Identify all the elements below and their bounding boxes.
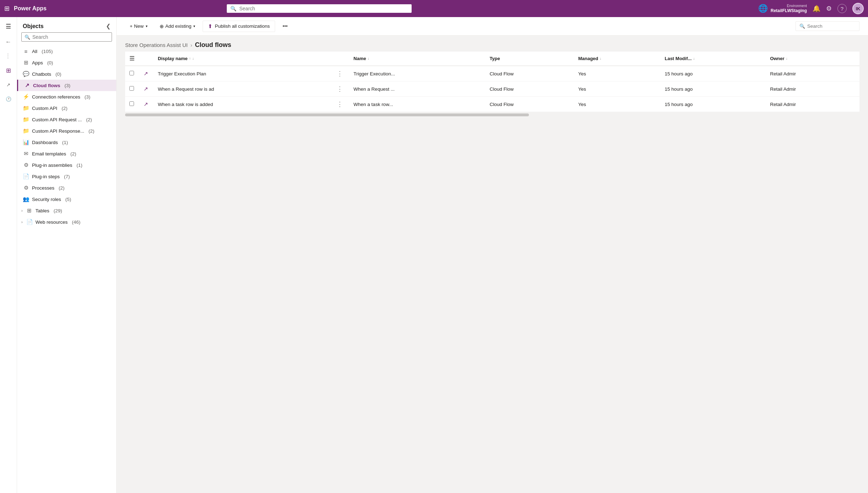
- display-name-cell[interactable]: Trigger Execution Plan: [154, 66, 330, 81]
- row-checkbox[interactable]: [129, 101, 134, 106]
- nav-item-count: (3): [65, 83, 71, 88]
- nav-item-icon: ⚙: [23, 162, 29, 168]
- nav-item-count: (29): [54, 208, 62, 213]
- toolbar-search-box[interactable]: 🔍: [795, 21, 859, 31]
- sidebar-search-box[interactable]: 🔍: [21, 32, 112, 42]
- nav-item-label: Plug-in steps: [32, 174, 60, 179]
- row-checkbox[interactable]: [129, 86, 134, 91]
- breadcrumb-parent[interactable]: Store Operations Assist UI: [125, 42, 188, 48]
- sidebar-item-web-resources[interactable]: ›📄Web resources(46): [17, 216, 116, 228]
- sidebar-item-plug-in-assemblies[interactable]: ⚙Plug-in assemblies(1): [17, 159, 116, 171]
- sidebar-item-custom-api-response...[interactable]: 📁Custom API Response...(2): [17, 125, 116, 137]
- new-button[interactable]: + New ▾: [125, 21, 152, 31]
- row-more-cell[interactable]: ⋮: [330, 66, 349, 81]
- global-search-box[interactable]: 🔍: [227, 4, 412, 13]
- cloud-flow-icon: ↗: [144, 86, 148, 92]
- horizontal-scrollbar[interactable]: [125, 113, 529, 116]
- name-header[interactable]: Name ↓: [349, 52, 486, 66]
- last-modified-label: Last Modif...: [665, 56, 692, 61]
- icon-header: [139, 52, 154, 66]
- nav-item-count: (105): [42, 49, 53, 54]
- breadcrumb-separator: ›: [191, 42, 192, 48]
- add-existing-label: Add existing: [165, 23, 192, 29]
- type-header[interactable]: Type: [485, 52, 574, 66]
- back-icon[interactable]: ←: [2, 36, 15, 48]
- history-rail-icon[interactable]: 🕐: [2, 92, 15, 105]
- expand-arrow-icon[interactable]: ›: [21, 208, 23, 213]
- notifications-icon[interactable]: 🔔: [813, 5, 820, 12]
- help-icon[interactable]: ?: [837, 4, 847, 13]
- select-all-header[interactable]: ☰: [125, 52, 139, 66]
- row-checkbox-cell[interactable]: [125, 81, 139, 97]
- table-row[interactable]: ↗ Trigger Execution Plan ⋮ Trigger Execu…: [125, 66, 859, 81]
- row-more-icon[interactable]: ⋮: [334, 85, 345, 93]
- sidebar-item-tables[interactable]: ›⊞Tables(29): [17, 205, 116, 216]
- cloud-flow-icon: ↗: [144, 101, 148, 107]
- nav-item-count: (7): [64, 174, 70, 179]
- display-name-header[interactable]: Display name ↑ ↓: [154, 52, 330, 66]
- sort-desc-icon[interactable]: ↓: [192, 57, 194, 60]
- flows-rail-icon[interactable]: ↗: [2, 78, 15, 91]
- row-checkbox-cell[interactable]: [125, 97, 139, 112]
- display-name-cell[interactable]: When a task row is added: [154, 97, 330, 112]
- sidebar-item-custom-api[interactable]: 📁Custom API(2): [17, 102, 116, 114]
- nav-item-count: (3): [85, 94, 91, 100]
- environment-info[interactable]: Environment RetailFLWStaging: [771, 4, 807, 14]
- name-cell: When a Request ...: [349, 81, 486, 97]
- owner-cell: Retail Admir: [766, 66, 859, 81]
- sidebar-item-apps[interactable]: ⊞Apps(0): [17, 57, 116, 68]
- sidebar-item-dashboards[interactable]: 📊Dashboards(1): [17, 137, 116, 148]
- sidebar-item-connection-references[interactable]: ⚡Connection references(3): [17, 91, 116, 102]
- sidebar-search-input[interactable]: [32, 34, 109, 40]
- nav-item-icon: 📁: [23, 116, 29, 123]
- last-modified-header[interactable]: Last Modif... ↓: [660, 52, 766, 66]
- global-search-input[interactable]: [239, 6, 408, 11]
- row-more-icon[interactable]: ⋮: [334, 100, 345, 108]
- waffle-icon[interactable]: ⊞: [4, 5, 10, 12]
- more-rail-icon[interactable]: ···: [2, 50, 15, 63]
- add-existing-chevron-icon[interactable]: ▾: [193, 24, 195, 28]
- expand-arrow-icon[interactable]: ›: [21, 220, 23, 224]
- avatar[interactable]: IK: [852, 3, 864, 14]
- owner-header[interactable]: Owner ↓: [766, 52, 859, 66]
- publish-label: Publish all customizations: [215, 23, 270, 29]
- table-row[interactable]: ↗ When a task row is added ⋮ When a task…: [125, 97, 859, 112]
- row-more-cell[interactable]: ⋮: [330, 81, 349, 97]
- sidebar-item-security-roles[interactable]: 👥Security roles(5): [17, 194, 116, 205]
- sidebar-item-processes[interactable]: ⚙Processes(2): [17, 182, 116, 194]
- add-existing-button[interactable]: ⊕ Add existing ▾: [155, 21, 200, 32]
- nav-item-label: Connection references: [32, 94, 80, 100]
- new-chevron-icon[interactable]: ▾: [146, 24, 148, 28]
- owner-cell: Retail Admir: [766, 81, 859, 97]
- toolbar-search-input[interactable]: [807, 23, 850, 29]
- environment-section[interactable]: 🌐 Environment RetailFLWStaging: [758, 4, 807, 14]
- managed-sort-icon: ↓: [600, 57, 601, 60]
- managed-header[interactable]: Managed ↓: [574, 52, 660, 66]
- menu-toggle-icon[interactable]: ☰: [2, 20, 15, 33]
- display-name-cell[interactable]: When a Request row is ad: [154, 81, 330, 97]
- sidebar-item-email-templates[interactable]: ✉Email templates(2): [17, 148, 116, 159]
- row-checkbox[interactable]: [129, 71, 134, 75]
- nav-item-label: All: [32, 49, 37, 54]
- name-cell: When a task row...: [349, 97, 486, 112]
- select-all-icon[interactable]: ☰: [129, 55, 134, 62]
- sidebar-item-chatbots[interactable]: 💬Chatbots(0): [17, 68, 116, 80]
- settings-icon[interactable]: ⚙: [826, 5, 832, 12]
- table-rail-icon[interactable]: ⊞: [2, 64, 15, 77]
- row-checkbox-cell[interactable]: [125, 66, 139, 81]
- name-cell: Trigger Execution...: [349, 66, 486, 81]
- row-more-cell[interactable]: ⋮: [330, 97, 349, 112]
- sidebar-item-plug-in-steps[interactable]: 📄Plug-in steps(7): [17, 171, 116, 182]
- sidebar-item-all[interactable]: ≡All(105): [17, 46, 116, 57]
- publish-button[interactable]: ⬆ Publish all customizations: [203, 21, 275, 32]
- nav-item-icon: 📄: [23, 173, 29, 180]
- row-more-icon[interactable]: ⋮: [334, 69, 345, 78]
- sidebar-collapse-button[interactable]: ❮: [106, 23, 111, 30]
- nav-item-label: Tables: [36, 208, 49, 213]
- table-row[interactable]: ↗ When a Request row is ad ⋮ When a Requ…: [125, 81, 859, 97]
- nav-item-icon: 📄: [26, 219, 33, 225]
- sidebar-item-custom-api-request-...[interactable]: 📁Custom API Request ...(2): [17, 114, 116, 125]
- more-button[interactable]: •••: [278, 21, 292, 31]
- more-col-header: [330, 52, 349, 66]
- sidebar-item-cloud-flows[interactable]: ↗Cloud flows(3): [17, 80, 116, 91]
